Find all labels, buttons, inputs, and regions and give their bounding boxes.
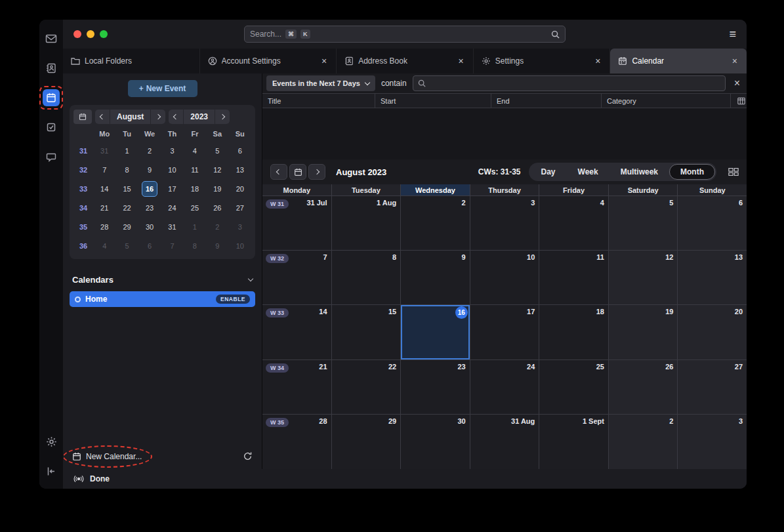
sidebar-item-calendar[interactable] (43, 89, 60, 106)
calendar-day-cell[interactable]: 30 (401, 415, 470, 469)
calendar-day-cell[interactable]: 18 (539, 305, 609, 359)
prev-year-button[interactable] (169, 110, 183, 124)
calendar-day-cell[interactable]: 2 (609, 415, 678, 469)
tab-calendar[interactable]: Calendar × (610, 49, 747, 73)
calendar-day-cell[interactable]: W 3421 (262, 360, 332, 415)
calendar-day-cell[interactable]: 16 (401, 305, 470, 359)
mini-day-cell[interactable]: 4 (93, 236, 115, 255)
minimize-window-button[interactable] (87, 30, 94, 38)
close-icon[interactable]: × (320, 56, 328, 66)
calendar-day-cell[interactable]: 19 (609, 305, 678, 359)
mini-day-cell[interactable]: 20 (229, 179, 251, 198)
calendar-day-cell[interactable]: 27 (678, 360, 747, 415)
calendar-day-cell[interactable]: 17 (470, 305, 540, 359)
calendar-day-cell[interactable]: 4 (539, 196, 609, 251)
mini-day-cell[interactable]: 19 (206, 179, 228, 198)
next-year-button[interactable] (215, 110, 230, 124)
calendar-day-cell[interactable]: 24 (470, 360, 540, 415)
calendar-day-cell[interactable]: 2 (401, 196, 470, 251)
rotate-view-button[interactable] (728, 167, 739, 176)
calendar-day-cell[interactable]: 23 (401, 360, 470, 415)
mini-day-cell[interactable]: 3 (161, 141, 183, 160)
calendar-list-item-home[interactable]: Home ENABLE (70, 291, 255, 307)
mini-day-cell[interactable]: 18 (184, 179, 206, 198)
clear-filter-button[interactable]: × (732, 77, 743, 89)
calendar-day-cell[interactable]: 25 (539, 360, 609, 415)
mini-day-cell[interactable]: 12 (206, 160, 228, 179)
calendar-day-cell[interactable]: 1 Aug (332, 196, 402, 251)
mini-day-cell[interactable]: 9 (206, 236, 228, 255)
sidebar-item-address-book[interactable] (43, 60, 60, 77)
sidebar-item-chat[interactable] (43, 148, 60, 165)
mini-day-cell[interactable]: 1 (184, 217, 206, 236)
mini-day-cell[interactable]: 6 (229, 141, 251, 160)
mini-day-cell[interactable]: 30 (138, 217, 161, 236)
tab-account-settings[interactable]: Account Settings × (200, 49, 337, 73)
calendar-day-cell[interactable]: 6 (678, 196, 747, 251)
global-search-input[interactable]: Search... ⌘ K (244, 26, 566, 43)
new-calendar-button[interactable]: New Calendar... (72, 452, 142, 461)
calendar-day-cell[interactable]: 10 (470, 251, 540, 305)
calendar-day-cell[interactable]: 22 (332, 360, 402, 415)
calendar-day-cell[interactable]: 29 (332, 415, 402, 469)
event-search-input[interactable] (413, 75, 726, 91)
mini-day-cell[interactable]: 27 (229, 198, 251, 217)
next-month-button[interactable] (151, 110, 165, 124)
mini-day-cell[interactable]: 15 (115, 179, 138, 198)
mini-day-cell[interactable]: 8 (184, 236, 206, 255)
mini-day-cell[interactable]: 21 (93, 198, 115, 217)
view-button-multiweek[interactable]: Multiweek (609, 164, 669, 180)
calendar-day-cell[interactable]: 8 (332, 251, 402, 305)
mini-day-cell[interactable]: 1 (115, 141, 138, 160)
mini-day-cell[interactable]: 16 (138, 179, 161, 198)
calendar-day-cell[interactable]: 3 (470, 196, 540, 251)
calendar-day-cell[interactable]: 26 (609, 360, 678, 415)
column-header-category[interactable]: Category (602, 94, 731, 108)
tab-local-folders[interactable]: Local Folders (63, 49, 200, 73)
mini-day-cell[interactable]: 8 (115, 160, 138, 179)
calendar-day-cell[interactable]: 13 (678, 251, 747, 305)
view-button-month[interactable]: Month (669, 164, 715, 180)
calendar-day-cell[interactable]: 9 (401, 251, 470, 305)
mini-day-cell[interactable]: 7 (161, 236, 183, 255)
calendar-day-cell[interactable]: W 3131 Jul (262, 196, 332, 251)
go-to-today-button[interactable] (289, 164, 306, 180)
sidebar-item-tasks[interactable] (43, 119, 60, 136)
calendar-day-cell[interactable]: 5 (609, 196, 678, 251)
next-period-button[interactable] (308, 164, 325, 180)
close-window-button[interactable] (73, 30, 81, 38)
mini-day-cell[interactable]: 6 (138, 236, 161, 255)
calendar-day-cell[interactable]: 1 Sept (539, 415, 609, 469)
mini-day-cell[interactable]: 29 (115, 217, 138, 236)
calendar-day-cell[interactable]: 11 (539, 251, 609, 305)
calendars-section-header[interactable]: Calendars (72, 275, 253, 285)
mini-day-cell[interactable]: 9 (138, 160, 161, 179)
calendar-day-cell[interactable]: W 3528 (262, 415, 332, 469)
calendar-day-cell[interactable]: 20 (678, 305, 747, 359)
close-icon[interactable]: × (457, 56, 465, 66)
column-header-start[interactable]: Start (375, 94, 491, 108)
mini-day-cell[interactable]: 31 (93, 141, 115, 160)
prev-month-button[interactable] (95, 110, 110, 124)
mini-day-cell[interactable]: 5 (115, 236, 138, 255)
mini-day-cell[interactable]: 14 (93, 179, 115, 198)
mini-day-cell[interactable]: 4 (184, 141, 206, 160)
sidebar-item-collapse[interactable] (43, 462, 60, 480)
enable-badge[interactable]: ENABLE (216, 295, 250, 304)
app-menu-button[interactable]: ≡ (605, 28, 736, 41)
calendar-day-cell[interactable]: 15 (332, 305, 402, 359)
tab-settings[interactable]: Settings × (474, 49, 611, 73)
mini-day-cell[interactable]: 2 (206, 217, 228, 236)
event-filter-dropdown[interactable]: Events in the Next 7 Days (266, 75, 375, 91)
mini-day-cell[interactable]: 7 (93, 160, 115, 179)
mini-day-cell[interactable]: 3 (229, 217, 251, 236)
sidebar-item-mail[interactable] (43, 30, 60, 47)
mini-day-cell[interactable]: 10 (229, 236, 251, 255)
tab-address-book[interactable]: Address Book × (337, 49, 474, 73)
mini-day-cell[interactable]: 2 (138, 141, 161, 160)
mini-day-cell[interactable]: 13 (229, 160, 251, 179)
mini-calendar-today-button[interactable] (73, 110, 92, 124)
mini-day-cell[interactable]: 28 (93, 217, 115, 236)
view-button-day[interactable]: Day (530, 164, 567, 180)
close-icon[interactable]: × (594, 56, 602, 66)
